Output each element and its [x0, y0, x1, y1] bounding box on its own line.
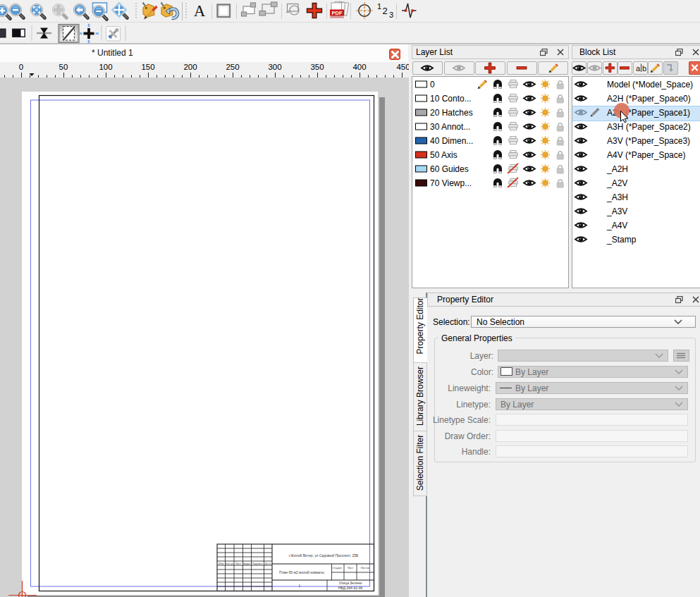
svg-text:300: 300 [268, 63, 281, 71]
svg-text:A3H (*Paper_Space2): A3H (*Paper_Space2) [607, 122, 691, 132]
svg-text:План 65 м2 жилой комнаты: План 65 м2 жилой комнаты [279, 570, 324, 574]
svg-text:A2H (*Paper_Space0): A2H (*Paper_Space0) [607, 94, 691, 104]
svg-text:10 Conto...: 10 Conto... [430, 94, 472, 104]
svg-text:Улица Зелени: Улица Зелени [339, 581, 362, 585]
svg-text:b: b [642, 64, 646, 73]
svg-text:№док: №док [243, 562, 251, 565]
svg-text:0: 0 [19, 63, 23, 71]
svg-text:НВД-394-92-96: НВД-394-92-96 [338, 586, 363, 590]
svg-text:1: 1 [377, 2, 381, 11]
svg-text:2: 2 [383, 6, 388, 16]
svg-text:30 Annot...: 30 Annot... [430, 122, 470, 132]
svg-text:450: 450 [396, 63, 409, 71]
svg-text:250: 250 [226, 63, 239, 71]
svg-text:Лист: Лист [235, 562, 242, 565]
svg-text:60 Guides: 60 Guides [430, 164, 469, 174]
svg-text:Листов: Листов [361, 566, 370, 570]
svg-text:A3V (*Paper_Space3): A3V (*Paper_Space3) [607, 136, 690, 146]
svg-text:Selection Filter: Selection Filter [415, 435, 425, 491]
svg-text:г.Жилой Ветер, ул.Садовый Прос: г.Жилой Ветер, ул.Садовый Проспект, 25Б [289, 553, 359, 558]
svg-text:Изм: Изм [219, 562, 224, 565]
svg-text:70 Viewp...: 70 Viewp... [430, 178, 472, 188]
svg-text:_A4V: _A4V [606, 221, 627, 230]
svg-text:_A3H: _A3H [606, 192, 628, 202]
svg-text:A4V (*Paper_Space): A4V (*Paper_Space) [607, 150, 685, 160]
svg-text:Дата: Дата [265, 562, 272, 565]
svg-text:Подпись: Подпись [252, 562, 263, 565]
svg-text:400: 400 [352, 63, 366, 71]
svg-text:350: 350 [310, 63, 324, 71]
svg-text:200: 200 [183, 63, 197, 71]
svg-text:150: 150 [141, 63, 154, 71]
svg-text:Стадия: Стадия [332, 566, 342, 570]
svg-text:_A2H: _A2H [606, 164, 628, 174]
svg-text:50: 50 [59, 63, 68, 71]
svg-text:100: 100 [99, 63, 112, 71]
svg-text:_Stamp: _Stamp [606, 235, 637, 245]
svg-text:20 Hatches: 20 Hatches [430, 108, 473, 118]
svg-text:3: 3 [389, 11, 393, 19]
svg-text:A: A [194, 2, 206, 20]
svg-text:PDF: PDF [332, 10, 343, 16]
svg-text:0: 0 [430, 80, 435, 90]
svg-text:_A3V: _A3V [606, 207, 627, 216]
svg-text:Кол.уч: Кол.уч [226, 562, 234, 565]
svg-text:50 Axis: 50 Axis [430, 150, 458, 160]
svg-text:a: a [636, 64, 641, 73]
svg-text:Property Editor: Property Editor [415, 297, 425, 354]
svg-text:_A2V: _A2V [606, 178, 627, 188]
svg-text:1: 1 [299, 584, 301, 588]
svg-text:Model (*Model_Space): Model (*Model_Space) [607, 80, 693, 90]
svg-text:40 Dimen...: 40 Dimen... [430, 136, 473, 146]
svg-text:Лист: Лист [348, 566, 354, 570]
